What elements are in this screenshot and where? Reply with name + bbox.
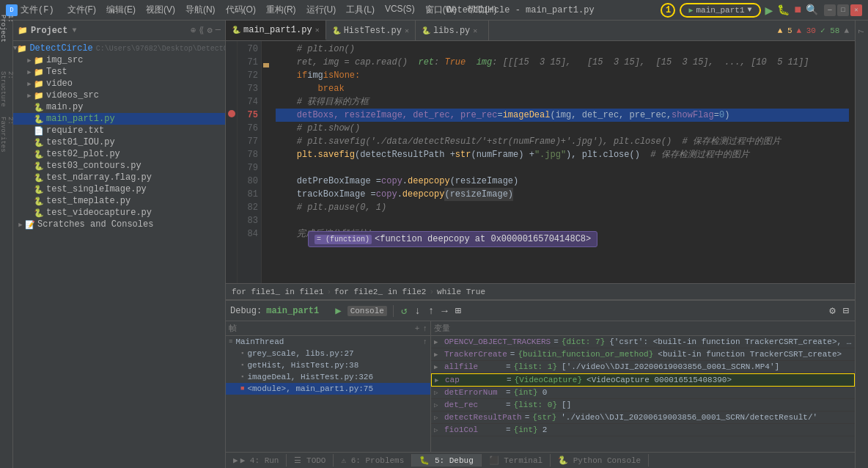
var-cap[interactable]: ▶ cap = {VideoCapture} <VideoCapture 000… [431, 373, 855, 387]
problems-tab[interactable]: ⚠ 6: Problems [334, 454, 412, 467]
breadcrumb-item-3[interactable]: while True [437, 288, 485, 296]
todo-tab-label: ☰ TODO [294, 456, 326, 465]
var-type: {VideoCapture} [515, 376, 582, 384]
tree-item-videos-src[interactable]: ▶ 📁 videos_src [13, 89, 225, 101]
tree-item-test02[interactable]: 🐍 test02_plot.py [13, 148, 225, 160]
menu-code[interactable]: 代码(O) [221, 2, 260, 18]
menu-navigate[interactable]: 导航(N) [181, 2, 220, 18]
tree-item-test[interactable]: ▶ 📁 Test [13, 66, 225, 78]
breadcrumb-item-1[interactable]: for file1_ in file1 [232, 288, 323, 296]
frame-get-hist[interactable]: ▪ getHist, HistTest.py:38 [226, 359, 430, 371]
resume-button[interactable]: ▶ [334, 304, 342, 317]
tree-item-test-single[interactable]: 🐍 test_singleImage.py [13, 183, 225, 195]
evaluate-button[interactable]: ⊞ [454, 304, 463, 317]
sort-frame-icon[interactable]: ↑ [422, 324, 427, 333]
menu-tools[interactable]: 工具(L) [342, 2, 379, 18]
breadcrumb-sep-2: › [429, 288, 434, 296]
frame-module[interactable]: ■ <module>, main_part1.py:75 [226, 383, 430, 395]
code-tooltip: = (function) <function deepcopy at 0x000… [308, 231, 597, 247]
var-tracker-create[interactable]: ▶ TrackerCreate = {builtin_function_or_m… [431, 348, 855, 361]
var-det-rec[interactable]: ▷ det_rec = {list: 0} [] [431, 399, 855, 412]
breadcrumb-item-2[interactable]: for file2_ in file2 [334, 288, 426, 296]
tree-item-scratches[interactable]: ▶ 📝 Scratches and Consoles [13, 219, 225, 230]
py-icon: 🐍 [34, 208, 44, 218]
stop-button[interactable]: ■ [794, 4, 801, 17]
step-out-button[interactable]: ↑ [427, 305, 435, 317]
step-into-button[interactable]: ↓ [413, 305, 422, 317]
var-fio1col[interactable]: ▷ fio1Col = {int} 2 [431, 424, 855, 436]
tree-item-test03[interactable]: 🐍 test03_contours.py [13, 160, 225, 172]
item-label: test_videocapture.py [46, 208, 152, 218]
var-detect-result-path[interactable]: ▷ detectResultPath = {str} './video\\DJI… [431, 412, 855, 424]
item-label: video [46, 78, 73, 89]
var-opencv-trackers[interactable]: ▶ OPENCV_OBJECT_TRACKERS = {dict: 7} {'c… [431, 336, 855, 348]
debug-config: main_part1 [266, 306, 319, 316]
code-line-73: break [276, 82, 849, 95]
python-console-tab[interactable]: 🐍 Python Console [551, 454, 649, 467]
tree-root[interactable]: ▼ 📁 DetectCircle C:\Users\97682\Desktop\… [13, 43, 225, 54]
tab-close[interactable]: ✕ [405, 26, 409, 35]
tab-close[interactable]: ✕ [315, 26, 320, 34]
item-label: img_src [46, 55, 83, 65]
editor-container: 🐍 main_part1.py ✕ 🐍 HistTest.py ✕ 🐍 libs… [226, 21, 855, 468]
minimize-panel-icon[interactable]: — [216, 25, 221, 36]
minimize-button[interactable]: — [824, 4, 836, 16]
menu-refactor[interactable]: 重构(R) [262, 2, 301, 18]
search-button[interactable]: 🔍 [806, 4, 818, 16]
debug-button[interactable]: 🐛 [777, 4, 790, 16]
collapse-icon[interactable]: ⟪ [199, 25, 204, 36]
tree-item-video[interactable]: ▶ 📁 video [13, 78, 225, 89]
favorites-sidebar-icon[interactable]: 2: Favorites [1, 129, 12, 139]
run-tab[interactable]: ▶ ▶ 4: Run [226, 454, 287, 467]
run-button[interactable]: ▶ [765, 2, 773, 18]
terminal-tab[interactable]: ⬛ Terminal [482, 454, 551, 467]
locate-icon[interactable]: ⊕ [191, 25, 196, 36]
frame-label: <module>, main_part1.py:75 [247, 384, 373, 393]
frame-expand[interactable]: ↑ [423, 338, 427, 346]
structure-sidebar-icon[interactable]: 2: Structure [1, 84, 12, 94]
step-over-button[interactable]: Console [347, 306, 387, 316]
tree-item-main-part1[interactable]: 🐍 main_part1.py [13, 113, 225, 125]
breadcrumb-sep-1: › [326, 288, 331, 296]
expand-icon[interactable]: ▲ [844, 26, 849, 35]
rerun-button[interactable]: ↺ [400, 304, 408, 317]
debug-tab[interactable]: 🐛 5: Debug [412, 454, 481, 467]
tree-item-main-py[interactable]: 🐍 main.py [13, 101, 225, 113]
tree-item-test-template[interactable]: 🐍 test_tmeplate.py [13, 195, 225, 207]
menu-view[interactable]: 视图(V) [141, 2, 180, 18]
tab-histtest[interactable]: 🐍 HistTest.py ✕ [326, 21, 416, 40]
frame-image-deal[interactable]: ▪ imageDeal, HistTest.py:326 [226, 371, 430, 383]
frame-main-thread[interactable]: ≡ MainThread ↑ [226, 336, 430, 348]
txt-icon: 📄 [34, 126, 44, 136]
maximize-button[interactable]: □ [837, 4, 849, 16]
tree-item-require[interactable]: 📄 require.txt [13, 125, 225, 136]
tree-item-test-videocapture[interactable]: 🐍 test_videocapture.py [13, 207, 225, 219]
tree-item-test-ndarray[interactable]: 🐍 test_ndarray.flag.py [13, 172, 225, 183]
py-tab-icon: 🐍 [232, 26, 240, 34]
menu-edit[interactable]: 编辑(E) [102, 2, 140, 18]
close-button[interactable]: ✕ [850, 4, 862, 16]
step-over-button2[interactable]: → [440, 305, 449, 317]
settings-debug-icon[interactable]: ⚙ [828, 304, 836, 317]
frame-label: grey_scale, libs.py:27 [247, 349, 353, 358]
todo-tab[interactable]: ☰ TODO [287, 454, 334, 467]
menu-file[interactable]: 文件(F) [63, 2, 100, 18]
tree-item-img-src[interactable]: ▶ 📁 img_src [13, 54, 225, 66]
layout-icon[interactable]: ⊟ [842, 304, 850, 317]
var-det-error-num[interactable]: ▷ detErrorNum = {int} 0 [431, 387, 855, 399]
menu-vcs[interactable]: VCS(S) [380, 2, 419, 18]
tab-main-part1[interactable]: 🐍 main_part1.py ✕ [226, 21, 326, 40]
tab-close[interactable]: ✕ [473, 26, 477, 35]
menu-run[interactable]: 运行(U) [302, 2, 341, 18]
var-type: {builtin_function_or_method} [518, 350, 653, 359]
add-frame-icon[interactable]: + [415, 324, 420, 333]
right-label-1[interactable]: 7 [856, 26, 867, 37]
settings-icon[interactable]: ⚙ [207, 25, 213, 36]
var-allfile[interactable]: ▶ allfile = {list: 1} ['./video\\DJI_202… [431, 361, 855, 373]
var-expand: ▶ [435, 376, 442, 384]
tree-item-test01[interactable]: 🐍 test01_IOU.py [13, 136, 225, 148]
frame-grey-scale[interactable]: ▪ grey_scale, libs.py:27 [226, 348, 430, 359]
run-config-dropdown[interactable]: ▶ main_part1 ▼ [680, 3, 760, 18]
project-sidebar-icon[interactable]: 1: Project [1, 23, 12, 34]
tab-libs[interactable]: 🐍 libs.py ✕ [416, 21, 489, 40]
